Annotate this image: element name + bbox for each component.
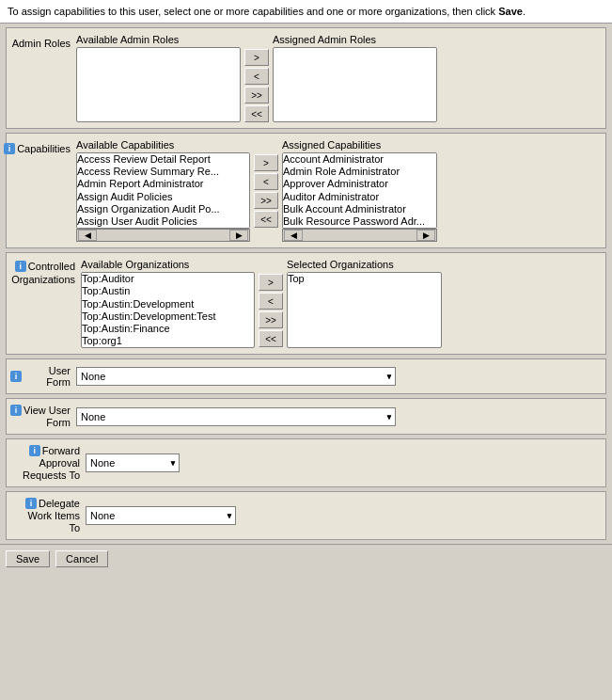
- forward-approval-info-icon[interactable]: i: [29, 445, 40, 456]
- capabilities-available-hscroll[interactable]: ◀ ▶: [76, 229, 250, 242]
- forward-approval-row: i Forward Approval Requests To None ▼: [6, 438, 606, 487]
- capabilities-move-all-right[interactable]: >>: [254, 192, 278, 209]
- user-form-dropdown[interactable]: None: [76, 367, 396, 386]
- assigned-admin-roles-title: Assigned Admin Roles: [273, 34, 437, 45]
- delegate-work-items-row: i Delegate Work Items To None ▼: [6, 491, 606, 540]
- admin-roles-move-all-left[interactable]: <<: [244, 105, 269, 122]
- hscroll-left-btn[interactable]: ◀: [78, 230, 97, 241]
- orgs-move-right[interactable]: >: [259, 274, 283, 291]
- capabilities-info-icon[interactable]: i: [4, 143, 15, 154]
- admin-roles-label: Admin Roles: [10, 34, 76, 49]
- orgs-arrows: > < >> <<: [255, 274, 287, 347]
- controlled-orgs-label: i Controlled Organizations: [10, 259, 81, 285]
- controlled-orgs-info-icon[interactable]: i: [15, 261, 26, 272]
- view-user-form-info-icon[interactable]: i: [10, 405, 22, 416]
- user-form-row: i User Form None ▼: [6, 358, 606, 394]
- view-user-form-dropdown-wrap: None ▼: [76, 407, 396, 426]
- assigned-capabilities-title: Assigned Capabilities: [282, 139, 437, 151]
- capabilities-assigned-hscroll[interactable]: ◀ ▶: [282, 229, 437, 242]
- capabilities-label: i Capabilities: [10, 139, 76, 154]
- delegate-work-items-label: i Delegate Work Items To: [10, 498, 86, 533]
- controlled-orgs-section: i Controlled Organizations Available Org…: [6, 252, 606, 355]
- view-user-form-dropdown[interactable]: None: [76, 407, 396, 426]
- page: To assign capabilities to this user, sel…: [0, 0, 612, 573]
- available-orgs-container: Available Organizations Top:Auditor Top:…: [81, 259, 255, 348]
- available-orgs-list[interactable]: Top:Auditor Top:Austin Top:Austin:Develo…: [81, 272, 255, 348]
- controlled-orgs-dual-list: Available Organizations Top:Auditor Top:…: [81, 259, 442, 348]
- admin-roles-arrows: > < >> <<: [241, 49, 273, 122]
- hscroll-left-btn2[interactable]: ◀: [284, 230, 303, 241]
- admin-roles-move-right[interactable]: >: [244, 49, 269, 66]
- selected-orgs-list[interactable]: Top: [287, 272, 442, 348]
- hscroll-right-btn2[interactable]: ▶: [416, 230, 435, 241]
- instructions-bar: To assign capabilities to this user, sel…: [0, 0, 612, 24]
- capabilities-section: i Capabilities Available Capabilities Ac…: [6, 133, 606, 248]
- selected-orgs-container: Selected Organizations Top: [287, 259, 442, 348]
- save-button[interactable]: Save: [6, 550, 50, 567]
- hscroll-track2: [303, 231, 416, 240]
- hscroll-track: [97, 231, 229, 240]
- delegate-work-items-dropdown[interactable]: None: [86, 506, 236, 525]
- available-admin-roles-list[interactable]: [76, 47, 241, 122]
- instructions-suffix: .: [523, 6, 526, 17]
- delegate-work-items-info-icon[interactable]: i: [25, 498, 37, 509]
- user-form-info-icon[interactable]: i: [10, 371, 22, 382]
- capabilities-arrows: > < >> <<: [250, 154, 282, 228]
- forward-approval-label: i Forward Approval Requests To: [10, 445, 86, 481]
- capabilities-move-right[interactable]: >: [254, 154, 278, 171]
- orgs-move-all-left[interactable]: <<: [259, 330, 283, 347]
- available-capabilities-container: Available Capabilities Access Review Det…: [76, 139, 250, 242]
- available-admin-roles-container: Available Admin Roles: [76, 34, 241, 122]
- available-capabilities-list[interactable]: Access Review Detail Report Access Revie…: [76, 152, 250, 229]
- admin-roles-move-all-right[interactable]: >>: [244, 87, 269, 103]
- delegate-work-items-dropdown-wrap: None ▼: [86, 506, 236, 525]
- assigned-capabilities-list[interactable]: Account Administrator Admin Role Adminis…: [282, 152, 437, 229]
- view-user-form-label: i View User Form: [10, 405, 76, 428]
- admin-roles-move-left[interactable]: <: [244, 68, 269, 85]
- bottom-buttons-bar: Save Cancel: [0, 544, 612, 573]
- available-admin-roles-title: Available Admin Roles: [76, 34, 241, 45]
- capabilities-move-left[interactable]: <: [254, 173, 278, 190]
- cancel-button[interactable]: Cancel: [55, 550, 108, 567]
- admin-roles-section: Admin Roles Available Admin Roles > < >>…: [6, 27, 606, 129]
- assigned-admin-roles-list[interactable]: [273, 47, 437, 122]
- forward-approval-dropdown-wrap: None ▼: [86, 453, 180, 472]
- capabilities-dual-list: Available Capabilities Access Review Det…: [76, 139, 437, 242]
- assigned-capabilities-container: Assigned Capabilities Account Administra…: [282, 139, 437, 242]
- instructions-text: To assign capabilities to this user, sel…: [8, 6, 498, 17]
- capabilities-move-all-left[interactable]: <<: [254, 211, 278, 228]
- selected-orgs-title: Selected Organizations: [287, 259, 442, 270]
- available-orgs-title: Available Organizations: [81, 259, 255, 270]
- available-capabilities-title: Available Capabilities: [76, 139, 250, 151]
- orgs-move-all-right[interactable]: >>: [259, 311, 283, 328]
- forward-approval-dropdown[interactable]: None: [86, 453, 180, 472]
- user-form-dropdown-wrap: None ▼: [76, 367, 396, 386]
- instructions-bold: Save: [498, 6, 523, 17]
- orgs-move-left[interactable]: <: [259, 293, 283, 310]
- assigned-admin-roles-container: Assigned Admin Roles: [273, 34, 437, 122]
- hscroll-right-btn[interactable]: ▶: [229, 230, 248, 241]
- user-form-label: i User Form: [10, 365, 76, 388]
- view-user-form-row: i View User Form None ▼: [6, 398, 606, 435]
- admin-roles-dual-list: Available Admin Roles > < >> << Assigned…: [76, 34, 437, 122]
